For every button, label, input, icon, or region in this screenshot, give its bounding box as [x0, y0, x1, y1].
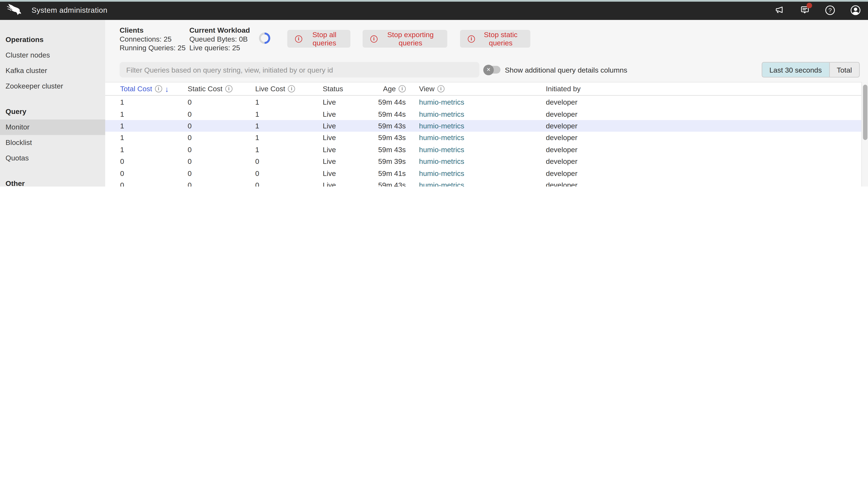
- table-row[interactable]: 1 0 1 Live 59m 44s humio-metrics develop…: [105, 108, 861, 120]
- help-icon[interactable]: ?: [824, 4, 836, 16]
- sidebar-item: Other: [0, 176, 105, 186]
- age-cell: 59m 44s: [327, 96, 406, 108]
- view-link[interactable]: humio-metrics: [419, 155, 464, 167]
- range-segmented-control: Last 30 secondsTotal: [762, 62, 860, 77]
- view-link[interactable]: humio-metrics: [419, 108, 464, 120]
- current-workload-title: Current Workload: [189, 26, 250, 34]
- sidebar-item: Operations: [0, 32, 105, 47]
- sidebar: OperationsCluster nodesKafka clusterZook…: [0, 20, 105, 187]
- loading-spinner-icon: [258, 32, 271, 45]
- table-row[interactable]: 1 0 1 Live 59m 43s humio-metrics develop…: [105, 120, 861, 132]
- column-header[interactable]: Initiated by ↓: [546, 82, 581, 95]
- total-cost-cell: 1: [120, 96, 124, 108]
- total-cost-cell: 0: [120, 179, 124, 186]
- main-content: Clients Connections: 25 Running Queries:…: [105, 20, 868, 187]
- total-cost-cell: 0: [120, 155, 124, 167]
- stop-queries-button[interactable]: Stop all queries: [287, 30, 350, 47]
- sidebar-item[interactable]: Monitor: [0, 120, 105, 135]
- table-row[interactable]: 1 0 1 Live 59m 44s humio-metrics develop…: [105, 96, 861, 108]
- sidebar-nav: OperationsCluster nodesKafka clusterZook…: [0, 20, 105, 187]
- total-cost-cell: 1: [120, 144, 124, 156]
- stop-queries-button[interactable]: Stop static queries: [460, 30, 530, 47]
- static-cost-cell: 0: [188, 167, 192, 179]
- range-option-button[interactable]: Total: [829, 63, 859, 77]
- info-icon: [468, 35, 475, 42]
- info-icon: [370, 35, 377, 42]
- queries-table-body: 1 0 1 Live 59m 44s humio-metrics develop…: [105, 96, 861, 187]
- initiated-by-cell: developer: [546, 96, 578, 108]
- column-header[interactable]: Total Cost ↓: [120, 82, 169, 95]
- account-icon[interactable]: [850, 4, 861, 16]
- total-cost-cell: 0: [120, 167, 124, 179]
- toggle-knob-off-icon: [483, 65, 494, 75]
- sidebar-item[interactable]: Kafka cluster: [0, 63, 105, 78]
- live-cost-cell: 1: [255, 132, 259, 144]
- announcements-icon[interactable]: [773, 4, 785, 16]
- running-queries-stat: Running Queries: 25: [120, 44, 186, 52]
- info-icon: [225, 85, 232, 92]
- age-cell: 59m 43s: [327, 120, 406, 132]
- toggle-label: Show additional query details columns: [505, 62, 627, 77]
- info-icon: [288, 85, 295, 92]
- age-cell: 59m 43s: [327, 132, 406, 144]
- static-cost-cell: 0: [188, 120, 192, 132]
- table-row[interactable]: 0 0 0 Live 59m 41s humio-metrics develop…: [105, 167, 861, 179]
- view-link[interactable]: humio-metrics: [419, 96, 464, 108]
- connections-stat: Connections: 25: [120, 35, 172, 43]
- info-icon: [399, 85, 406, 92]
- table-row[interactable]: 0 0 0 Live 59m 39s humio-metrics develop…: [105, 155, 861, 167]
- live-cost-cell: 1: [255, 108, 259, 120]
- table-row[interactable]: 1 0 1 Live 59m 43s humio-metrics develop…: [105, 144, 861, 156]
- static-cost-cell: 0: [188, 144, 192, 156]
- table-vertical-scrollbar[interactable]: [861, 82, 868, 187]
- top-accent-line: [0, 0, 868, 2]
- range-option-button[interactable]: Last 30 seconds: [762, 63, 829, 77]
- view-link[interactable]: humio-metrics: [419, 179, 464, 186]
- initiated-by-cell: developer: [546, 132, 578, 144]
- view-link[interactable]: humio-metrics: [419, 120, 464, 132]
- live-cost-cell: 0: [255, 179, 259, 186]
- topbar: System administration ?: [0, 0, 868, 20]
- live-queries-stat: Live queries: 25: [189, 44, 240, 52]
- sidebar-item[interactable]: Cluster nodes: [0, 47, 105, 63]
- column-header[interactable]: Static Cost ↓: [188, 82, 232, 95]
- page-title: System administration: [32, 0, 107, 20]
- query-filter-input[interactable]: [120, 62, 479, 77]
- crowdstrike-logo-icon[interactable]: [5, 3, 24, 17]
- live-cost-cell: 0: [255, 155, 259, 167]
- age-cell: 59m 44s: [327, 108, 406, 120]
- view-link[interactable]: humio-metrics: [419, 144, 464, 156]
- table-row[interactable]: 0 0 0 Live 59m 43s humio-metrics develop…: [105, 179, 861, 186]
- scrollbar-thumb[interactable]: [863, 85, 868, 140]
- sidebar-item: Query: [0, 104, 105, 120]
- queued-bytes-stat: Queued Bytes: 0B: [189, 35, 248, 43]
- column-header[interactable]: Live Cost ↓: [255, 82, 295, 95]
- sidebar-item[interactable]: Zookeeper cluster: [0, 78, 105, 94]
- live-cost-cell: 1: [255, 120, 259, 132]
- stop-queries-button[interactable]: Stop exporting queries: [363, 30, 447, 47]
- info-icon: [155, 85, 162, 92]
- info-icon: [295, 35, 302, 42]
- age-cell: 59m 43s: [327, 179, 406, 186]
- column-header[interactable]: View ↓: [419, 82, 445, 95]
- table-row[interactable]: 1 0 1 Live 59m 43s humio-metrics develop…: [105, 132, 861, 144]
- feedback-icon[interactable]: [799, 4, 810, 16]
- column-header[interactable]: Age ↓: [327, 82, 406, 95]
- static-cost-cell: 0: [188, 132, 192, 144]
- total-cost-cell: 1: [120, 132, 124, 144]
- static-cost-cell: 0: [188, 96, 192, 108]
- static-cost-cell: 0: [188, 155, 192, 167]
- sidebar-item[interactable]: Blocklist: [0, 135, 105, 151]
- sidebar-item[interactable]: Quotas: [0, 151, 105, 166]
- initiated-by-cell: developer: [546, 108, 578, 120]
- details-columns-toggle[interactable]: [485, 66, 500, 73]
- live-cost-cell: 1: [255, 96, 259, 108]
- view-link[interactable]: humio-metrics: [419, 132, 464, 144]
- age-cell: 59m 43s: [327, 144, 406, 156]
- workload-section: Clients Connections: 25 Running Queries:…: [105, 20, 868, 82]
- topbar-actions: ?: [773, 0, 861, 20]
- initiated-by-cell: developer: [546, 179, 578, 186]
- system-administration-page: System administration ?: [0, 0, 868, 187]
- queries-table-header: Total Cost ↓ Static Cost ↓ Live Cost ↓ S…: [105, 82, 861, 96]
- view-link[interactable]: humio-metrics: [419, 167, 464, 179]
